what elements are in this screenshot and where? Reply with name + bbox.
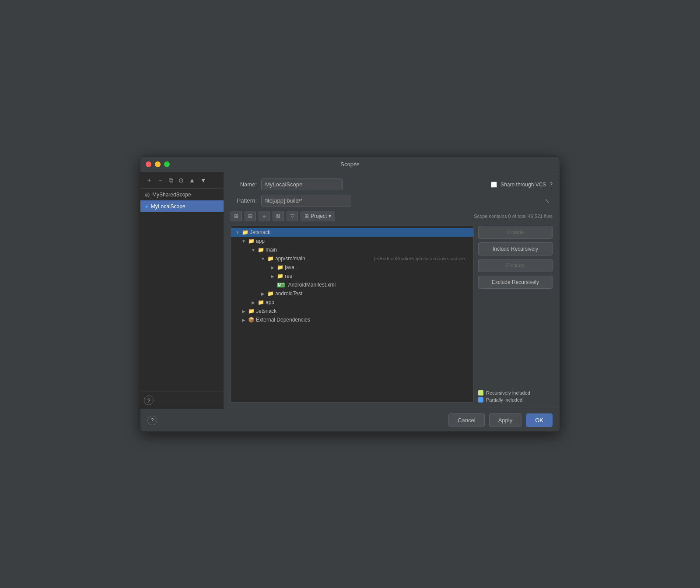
tree-item-label: Jetsnack — [250, 229, 470, 235]
folder-icon: 📦 — [248, 317, 255, 323]
folder-icon: 📁 — [248, 308, 255, 314]
shared-scope-icon: ◎ — [145, 191, 150, 198]
footer: ? Cancel Apply OK — [140, 409, 560, 431]
legend-partially: Partially included — [478, 397, 553, 402]
tree-item-app-src-main[interactable]: ▼ 📁 app/src/main (~/AndroidStudioProject… — [231, 254, 473, 263]
arrow-icon: ▼ — [250, 248, 256, 252]
dialog-title: Scopes — [340, 161, 359, 168]
dialog-body: ＋ － ⧉ ⊙ ▲ ▼ ◎ MySharedScope ● MyLocalSco… — [140, 172, 560, 409]
exclude-recursively-button[interactable]: Exclude Recursively — [478, 276, 553, 289]
legend-area: Recursively included Partially included — [478, 387, 553, 402]
folder-icon: 📁 — [242, 229, 248, 235]
tree-item-app-1[interactable]: ▼ 📁 app — [231, 237, 473, 245]
name-row: Name: Share through VCS ? — [231, 178, 553, 190]
folder-icon: 📁 — [258, 247, 264, 253]
scope-list: ◎ MySharedScope ● MyLocalScope — [140, 189, 224, 392]
local-scope-icon: ● — [145, 203, 148, 210]
expand-pattern-button[interactable]: ⤡ — [545, 197, 550, 204]
pattern-wrap: ⤡ — [261, 195, 553, 206]
tree-item-java[interactable]: ▶ 📁 java — [231, 263, 473, 272]
pattern-input[interactable] — [261, 195, 351, 206]
include-recursively-button[interactable]: Include Recursively — [478, 242, 553, 256]
tree-item-label: AndroidManifest.xml — [288, 282, 470, 288]
tree-item-label: External Dependencies — [256, 317, 470, 323]
remove-scope-button[interactable]: － — [155, 175, 166, 186]
scroll-button[interactable]: ⊠ — [273, 211, 284, 221]
apply-button[interactable]: Apply — [489, 413, 522, 427]
tree-item-androidmanifest[interactable]: MF AndroidManifest.xml — [231, 280, 473, 289]
vcs-help-icon[interactable]: ? — [550, 182, 553, 188]
tree-item-label: res — [285, 273, 470, 279]
footer-left: ? — [147, 416, 157, 425]
flatten-button[interactable]: ≡ — [259, 211, 270, 221]
maximize-button[interactable] — [164, 161, 170, 167]
sidebar-item-label: MySharedScope — [152, 192, 191, 198]
name-input-wrap — [261, 178, 486, 190]
vcs-label: Share through VCS — [500, 182, 546, 188]
tree-item-hint: (~/AndroidStudioProjects/compose-sample… — [374, 256, 470, 261]
arrow-icon: ▶ — [270, 265, 276, 270]
tree-item-external-deps[interactable]: ▶ 📦 External Dependencies — [231, 315, 473, 324]
filter-button[interactable]: ▽ — [287, 211, 298, 221]
footer-right: Cancel Apply OK — [448, 413, 553, 427]
arrow-icon: ▶ — [241, 318, 247, 322]
sidebar: ＋ － ⧉ ⊙ ▲ ▼ ◎ MySharedScope ● MyLocalSco… — [140, 172, 224, 409]
vcs-row: Share through VCS ? — [491, 182, 553, 188]
add-scope-button[interactable]: ＋ — [144, 175, 154, 186]
folder-icon: 📁 — [277, 264, 284, 270]
tree-item-label: java — [285, 264, 470, 270]
legend-recursively-label: Recursively included — [486, 390, 530, 396]
name-input[interactable] — [261, 178, 343, 190]
move-down-button[interactable]: ▼ — [198, 175, 209, 185]
scope-selector-label: Project — [311, 213, 327, 219]
title-bar: Scopes — [140, 157, 560, 172]
sidebar-item-mylocalscope[interactable]: ● MyLocalScope — [140, 200, 224, 212]
file-tree[interactable]: ▼ 📁 Jetsnack ▼ 📁 app ▼ 📁 main — [231, 226, 474, 402]
cancel-button[interactable]: Cancel — [448, 413, 484, 427]
sidebar-item-label: MyLocalScope — [151, 203, 186, 210]
recursively-included-color — [478, 390, 483, 396]
help-button[interactable]: ? — [144, 396, 154, 405]
vcs-checkbox[interactable] — [491, 182, 497, 188]
tree-item-jetsnack-root[interactable]: ▼ 📁 Jetsnack — [231, 228, 473, 237]
tree-item-label: main — [266, 247, 470, 253]
arrow-icon: ▶ — [241, 309, 247, 314]
right-panel: Include Include Recursively Exclude Excl… — [478, 226, 553, 402]
tree-item-main[interactable]: ▼ 📁 main — [231, 245, 473, 254]
sidebar-bottom: ? — [140, 392, 224, 409]
scope-selector-icon: ⊞ — [304, 213, 309, 219]
legend-recursively: Recursively included — [478, 390, 553, 396]
minimize-button[interactable] — [155, 161, 161, 167]
collapse-all-button[interactable]: ⊞ — [231, 211, 242, 221]
folder-icon: 📁 — [258, 299, 264, 305]
arrow-icon: ▶ — [260, 291, 266, 296]
scopes-dialog: Scopes ＋ － ⧉ ⊙ ▲ ▼ ◎ MySharedScope ● MyL… — [140, 156, 560, 432]
move-up-button[interactable]: ▲ — [187, 175, 197, 185]
legend-partially-label: Partially included — [486, 397, 522, 402]
scope-count: Scope contains 0 of total 46,521 files — [474, 214, 553, 219]
expand-all-button[interactable]: ⊟ — [245, 211, 256, 221]
tree-item-app-2[interactable]: ▶ 📁 app — [231, 298, 473, 307]
close-button[interactable] — [146, 161, 151, 167]
include-button[interactable]: Include — [478, 226, 553, 239]
pattern-label: Pattern: — [231, 197, 257, 204]
copy-scope-button[interactable]: ⧉ — [167, 175, 175, 186]
folder-icon: 📁 — [277, 273, 284, 279]
sidebar-toolbar: ＋ － ⧉ ⊙ ▲ ▼ — [140, 172, 224, 189]
tree-item-res[interactable]: ▶ 📁 res — [231, 272, 473, 280]
tree-item-label: app/src/main — [275, 256, 370, 262]
tree-toolbar: ⊞ ⊟ ≡ ⊠ ▽ ⊞ Project ▾ Scope contains 0 o… — [231, 211, 553, 221]
scope-selector[interactable]: ⊞ Project ▾ — [301, 211, 335, 221]
tree-item-label: app — [256, 238, 470, 244]
partially-included-color — [478, 397, 483, 402]
ok-button[interactable]: OK — [526, 413, 553, 427]
tree-item-jetsnack-2[interactable]: ▶ 📁 Jetsnack — [231, 307, 473, 315]
main-area: Name: Share through VCS ? Pattern: ⤡ — [224, 172, 560, 409]
tree-item-androidtest[interactable]: ▶ 📁 androidTest — [231, 289, 473, 298]
folder-icon: 📁 — [248, 238, 255, 244]
save-scope-button[interactable]: ⊙ — [176, 175, 186, 185]
exclude-button[interactable]: Exclude — [478, 259, 553, 272]
sidebar-item-mysharedscope[interactable]: ◎ MySharedScope — [140, 189, 224, 200]
footer-help-button[interactable]: ? — [147, 416, 157, 425]
arrow-icon: ▶ — [250, 300, 256, 305]
